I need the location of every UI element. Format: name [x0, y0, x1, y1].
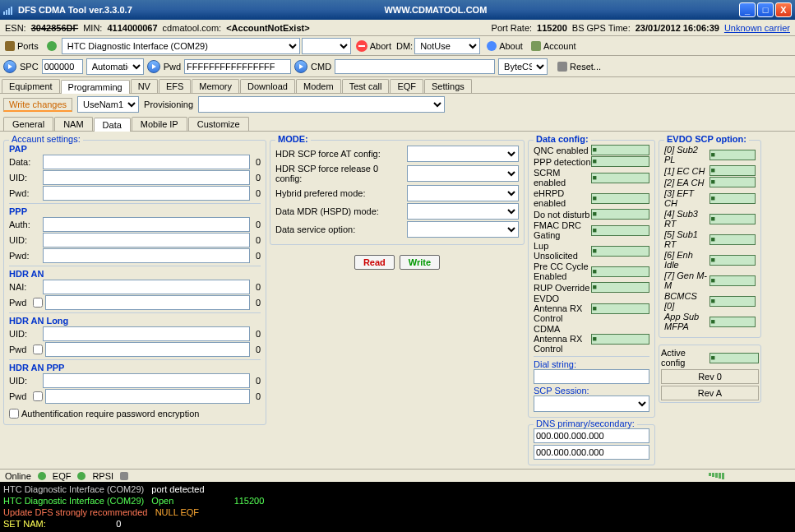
evdo-chk-6[interactable] [709, 255, 756, 266]
write-changes-button[interactable]: Write changes [3, 98, 72, 112]
mode-select-0[interactable] [407, 146, 519, 162]
reset-button[interactable]: Reset... [554, 60, 604, 73]
tab-eqf[interactable]: EQF [390, 79, 423, 93]
pwd-input[interactable] [184, 59, 291, 74]
read-button[interactable]: Read [354, 255, 395, 270]
pap-pwd-input[interactable] [43, 186, 250, 201]
rev0-button[interactable]: Rev 0 [661, 369, 759, 384]
bytecs-select[interactable]: ByteCS [498, 58, 548, 75]
about-button[interactable]: About [483, 39, 526, 53]
mode-select-3[interactable] [407, 203, 519, 220]
hdran-nai-input[interactable] [43, 280, 250, 294]
cfg-item-0: QNC enabled [534, 146, 591, 155]
pap-data-input[interactable] [43, 155, 250, 169]
hdran-pwd-label: Pwd [9, 298, 30, 308]
hdranppp-uid-input[interactable] [43, 373, 250, 388]
tab-testcall[interactable]: Test call [342, 79, 390, 93]
pap-uid-input[interactable] [43, 170, 250, 185]
dm-select[interactable]: NotUse [414, 38, 480, 54]
account-button[interactable]: Account [528, 39, 580, 53]
ports-button[interactable]: Ports [2, 39, 42, 53]
close-button[interactable]: X [775, 2, 792, 17]
ppp-auth-input[interactable] [43, 217, 250, 232]
write-button[interactable]: Write [400, 255, 440, 270]
data-panel: Accaunt settings: PAP Data:0 UID:0 Pwd:0… [0, 131, 795, 469]
nam-select[interactable]: UseNam1 [77, 96, 139, 113]
subtab-mobileip[interactable]: Mobile IP [132, 117, 187, 131]
authenc-checkbox[interactable] [9, 409, 19, 419]
subtab-data[interactable]: Data [94, 118, 131, 132]
ppp-pwd-input[interactable] [43, 248, 250, 263]
cfg-chk-10[interactable] [591, 334, 650, 345]
evdo-item-1: [1] EC CH [664, 166, 709, 176]
subtab-customize[interactable]: Customize [188, 117, 249, 131]
log-2c: 115200 [234, 496, 265, 506]
mode-label-3: Data MDR (HSPD) mode: [275, 206, 407, 216]
tab-download[interactable]: Download [240, 79, 295, 93]
evdo-chk-9[interactable] [709, 317, 756, 327]
tab-efs[interactable]: EFS [159, 79, 191, 93]
cfg-chk-4[interactable] [591, 209, 650, 220]
evdo-chk-2[interactable] [709, 177, 756, 187]
cfg-chk-7[interactable] [591, 266, 650, 277]
spc-input[interactable] [42, 59, 83, 74]
mode-select-1[interactable] [407, 165, 519, 182]
hdranlong-pwd-input[interactable] [45, 342, 250, 357]
refresh-button[interactable] [44, 39, 60, 53]
evdo-chk-7[interactable] [709, 275, 756, 286]
cfg-chk-6[interactable] [591, 246, 650, 257]
activecfg-chk[interactable] [709, 353, 760, 363]
spc-auto-select[interactable]: Automatic [86, 58, 144, 75]
evdo-chk-4[interactable] [709, 214, 756, 224]
tab-equipment[interactable]: Equipment [2, 79, 60, 93]
cfg-chk-2[interactable] [591, 173, 650, 183]
dns-primary-input[interactable] [534, 428, 649, 443]
reva-button[interactable]: Rev A [661, 386, 759, 400]
cog-icon-2 [120, 472, 128, 480]
tab-memory[interactable]: Memory [192, 79, 239, 93]
dial-input[interactable] [534, 369, 649, 384]
hdran-pwd-checkbox[interactable] [33, 298, 43, 308]
cmd-input[interactable] [335, 59, 495, 74]
minimize-button[interactable]: _ [739, 2, 756, 17]
cfg-chk-1[interactable] [591, 156, 650, 167]
carrier-link[interactable]: Unknown carrier [724, 23, 790, 33]
cmd-send-button[interactable] [294, 60, 307, 73]
cfg-chk-3[interactable] [591, 193, 650, 204]
ppp-uid-input[interactable] [43, 233, 250, 247]
mode-select-2[interactable] [407, 185, 519, 201]
sub-tabs: General NAM Data Mobile IP Customize [0, 115, 795, 131]
cfg-chk-5[interactable] [591, 225, 650, 236]
evdo-item-8: BCMCS [0] [664, 291, 709, 311]
scp-select[interactable] [534, 396, 649, 412]
pwd-send-button[interactable] [147, 60, 160, 73]
hdranppp-pwd-input[interactable] [45, 389, 250, 404]
tab-settings[interactable]: Settings [424, 79, 472, 93]
evdo-chk-3[interactable] [709, 193, 756, 204]
dns-secondary-input[interactable] [534, 445, 649, 460]
cfg-chk-0[interactable] [591, 145, 650, 155]
subtab-general[interactable]: General [3, 117, 53, 131]
abort-button[interactable]: Abort [353, 39, 395, 53]
tab-nv[interactable]: NV [131, 79, 158, 93]
account-status: <AccountNotExist> [226, 23, 309, 33]
tab-modem[interactable]: Modem [296, 79, 341, 93]
provisioning-select[interactable] [198, 96, 445, 113]
evdo-chk-1[interactable] [709, 165, 756, 176]
hdranlong-uid-input[interactable] [43, 326, 250, 341]
hdran-pwd-input[interactable] [45, 295, 250, 310]
evdo-chk-8[interactable] [709, 296, 756, 307]
cfg-chk-9[interactable] [591, 303, 650, 314]
evdo-chk-5[interactable] [709, 234, 756, 245]
hdranppp-pwd-checkbox[interactable] [33, 391, 43, 401]
maximize-button[interactable]: □ [757, 2, 774, 17]
cfg-chk-8[interactable] [591, 282, 650, 293]
tab-programming[interactable]: Programming [61, 80, 130, 94]
hdranlong-pwd-checkbox[interactable] [33, 345, 43, 354]
port-select[interactable]: HTC Diagnostic Interface (COM29) [62, 38, 300, 54]
mode-select-4[interactable] [407, 221, 519, 238]
port-select2[interactable] [302, 38, 351, 54]
spc-send-button[interactable] [3, 60, 16, 73]
subtab-nam[interactable]: NAM [54, 117, 92, 131]
evdo-chk-0[interactable] [709, 150, 756, 160]
